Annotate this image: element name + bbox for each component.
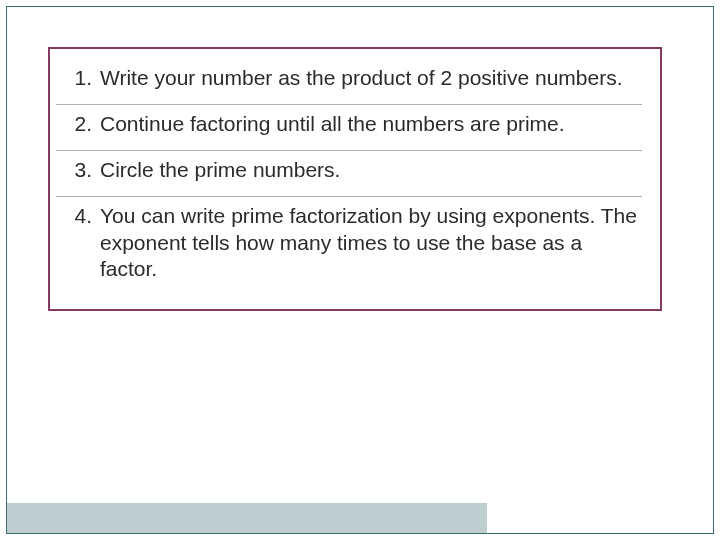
item-number: 3. [70, 157, 100, 184]
list-item: 1. Write your number as the product of 2… [56, 59, 642, 104]
item-text: Circle the prime numbers. [100, 157, 642, 184]
list-item: 2. Continue factoring until all the numb… [56, 104, 642, 150]
item-number: 2. [70, 111, 100, 138]
item-text: Write your number as the product of 2 po… [100, 65, 642, 92]
list-item: 4. You can write prime factorization by … [56, 196, 642, 296]
footer-accent-bar [7, 503, 487, 533]
item-number: 1. [70, 65, 100, 92]
item-number: 4. [70, 203, 100, 230]
instructions-box: 1. Write your number as the product of 2… [48, 47, 662, 311]
list-item: 3. Circle the prime numbers. [56, 150, 642, 196]
item-text: You can write prime factorization by usi… [100, 203, 642, 284]
item-text: Continue factoring until all the numbers… [100, 111, 642, 138]
